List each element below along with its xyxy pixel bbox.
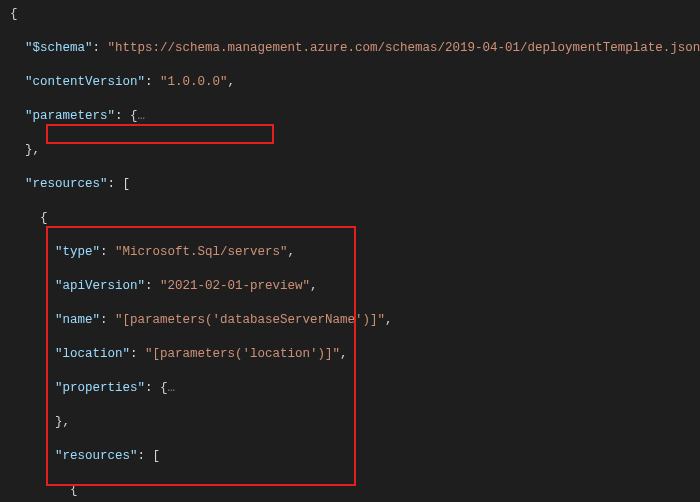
fold-ellipsis[interactable]: … [138, 109, 146, 123]
val-type: "Microsoft.Sql/servers" [115, 245, 288, 259]
key-location: "location" [55, 347, 130, 361]
val-location: "[parameters('location')]" [145, 347, 340, 361]
highlight-box-type [46, 124, 274, 144]
key-apiversion: "apiVersion" [55, 279, 145, 293]
key-contentversion: "contentVersion" [25, 75, 145, 89]
val-name: "[parameters('databaseServerName')]" [115, 313, 385, 327]
key-properties: "properties" [55, 381, 145, 395]
code-editor: { "$schema": "https://schema.management.… [0, 0, 700, 502]
key-name: "name" [55, 313, 100, 327]
val-schema: "https://schema.management.azure.com/sch… [108, 41, 700, 55]
val-contentversion: "1.0.0.0" [160, 75, 228, 89]
key-parameters: "parameters" [25, 109, 115, 123]
fold-ellipsis[interactable]: … [168, 381, 176, 395]
val-apiversion: "2021-02-01-preview" [160, 279, 310, 293]
key-type: "type" [55, 245, 100, 259]
key-schema: "$schema" [25, 41, 93, 55]
key-nested-resources: "resources" [55, 449, 138, 463]
key-resources: "resources" [25, 177, 108, 191]
